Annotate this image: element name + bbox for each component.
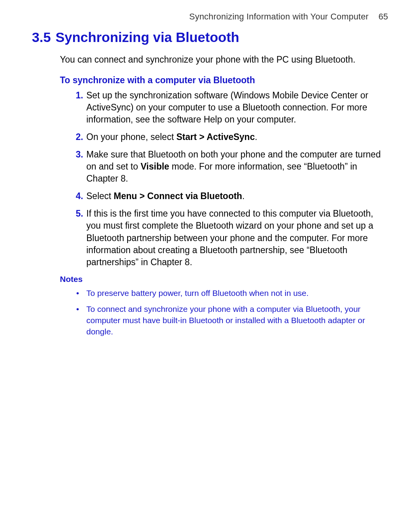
notes-heading: Notes <box>60 275 388 284</box>
page-number: 65 <box>378 12 388 21</box>
note-item: To connect and synchronize your phone wi… <box>74 304 388 338</box>
step-number: 4. <box>71 190 83 202</box>
notes-list: To preserve battery power, turn off Blue… <box>74 288 388 338</box>
step-text: On your phone, select Start > ActiveSync… <box>86 132 257 142</box>
running-title: Synchronizing Information with Your Comp… <box>189 12 369 21</box>
step-item: 3.Make sure that Bluetooth on both your … <box>71 149 388 185</box>
section-number: 3.5 <box>32 30 51 45</box>
step-text: Select Menu > Connect via Bluetooth. <box>86 191 245 201</box>
step-item: 1.Set up the synchronization software (W… <box>71 89 388 126</box>
intro-paragraph: You can connect and synchronize your pho… <box>60 54 388 66</box>
step-text: Make sure that Bluetooth on both your ph… <box>86 149 381 184</box>
running-header: Synchronizing Information with Your Comp… <box>32 12 388 22</box>
step-text: Set up the synchronization software (Win… <box>86 90 368 124</box>
step-item: 5.If this is the first time you have con… <box>71 208 388 268</box>
step-number: 2. <box>71 131 83 143</box>
section-title: Synchronizing via Bluetooth <box>56 30 240 45</box>
steps-list: 1.Set up the synchronization software (W… <box>71 89 388 268</box>
step-item: 2.On your phone, select Start > ActiveSy… <box>71 131 388 143</box>
step-text: If this is the first time you have conne… <box>86 208 373 267</box>
section-heading: 3.5Synchronizing via Bluetooth <box>32 30 388 45</box>
note-item: To preserve battery power, turn off Blue… <box>74 288 388 299</box>
step-number: 3. <box>71 149 83 161</box>
step-number: 1. <box>71 89 83 101</box>
subheading: To synchronize with a computer via Bluet… <box>60 75 388 86</box>
step-item: 4.Select Menu > Connect via Bluetooth. <box>71 190 388 202</box>
step-number: 5. <box>71 208 83 220</box>
